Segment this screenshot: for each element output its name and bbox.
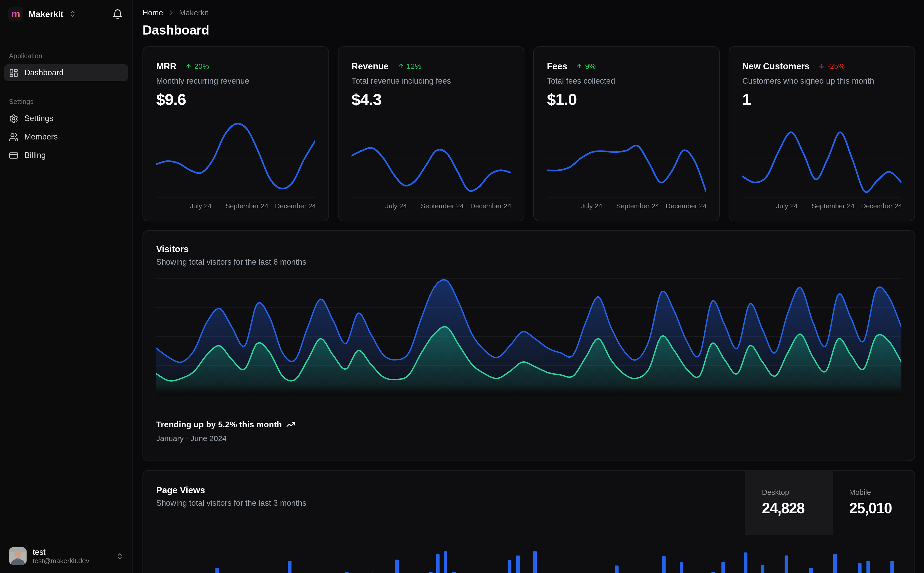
members-icon	[9, 132, 19, 142]
trend-value: 20%	[194, 62, 209, 70]
trend-badge: 12%	[398, 62, 421, 70]
stat-card-mrr: MRR 20% Monthly recurring revenue $9.6 J…	[143, 46, 329, 221]
breadcrumb-home[interactable]: Home	[143, 8, 163, 17]
chevron-right-icon	[167, 9, 175, 17]
visitors-footer: Trending up by 5.2% this month January -…	[156, 420, 901, 443]
stat-cards-row: MRR 20% Monthly recurring revenue $9.6 J…	[143, 46, 915, 221]
revenue-sparkline-chart[interactable]	[351, 122, 511, 197]
x-tick: July 24	[580, 202, 602, 209]
toggle-label: Desktop	[762, 488, 832, 496]
sidebar-item-settings[interactable]: Settings	[4, 110, 129, 127]
x-axis-labels: July 24 September 24 December 24	[156, 200, 315, 213]
toggle-desktop[interactable]: Desktop 24,828	[745, 471, 832, 535]
sidebar-spacer	[4, 83, 129, 98]
x-tick: December 24	[470, 202, 511, 209]
bell-icon	[112, 9, 123, 19]
page-views-title: Page Views	[156, 485, 732, 495]
trend-value: -25%	[827, 62, 845, 70]
stat-value: 1	[742, 91, 901, 110]
arrow-down-icon	[819, 63, 825, 69]
mrr-sparkline-chart[interactable]	[156, 122, 315, 197]
stat-subtitle: Customers who signed up this month	[742, 77, 901, 85]
app-logo-letter: m	[11, 9, 20, 19]
chevrons-up-down-icon	[116, 552, 124, 560]
fees-sparkline-chart[interactable]	[547, 122, 706, 197]
trend-badge: 9%	[576, 62, 596, 70]
toggle-value: 24,828	[762, 500, 832, 517]
user-name: test	[33, 548, 110, 557]
stat-subtitle: Total revenue including fees	[351, 77, 511, 85]
x-axis-labels: July 24 September 24 December 24	[547, 200, 706, 213]
visitors-area-chart[interactable]	[156, 279, 901, 395]
user-avatar	[9, 547, 27, 565]
sparkline-chart: July 24 September 24 December 24	[742, 122, 901, 213]
page-views-bar-chart[interactable]	[143, 535, 915, 573]
sidebar-item-label: Dashboard	[24, 68, 64, 77]
main-content: Home Makerkit Dashboard MRR 20% Monthly …	[133, 0, 924, 573]
page-views-card: Page Views Showing total visitors for th…	[143, 470, 915, 573]
arrow-up-icon	[576, 63, 583, 69]
trend-value: 12%	[406, 62, 421, 70]
chevrons-up-down-icon	[69, 10, 77, 18]
sparkline-chart: July 24 September 24 December 24	[547, 122, 706, 213]
stat-subtitle: Monthly recurring revenue	[156, 77, 315, 85]
stat-value: $9.6	[156, 91, 315, 110]
toggle-value: 25,010	[849, 500, 915, 517]
sparkline-chart: July 24 September 24 December 24	[351, 122, 511, 213]
x-tick: July 24	[190, 202, 212, 209]
stat-card-new-customers: New Customers -25% Customers who signed …	[728, 46, 915, 221]
page-views-chart	[143, 535, 915, 573]
trend-badge: -25%	[819, 62, 845, 70]
visitors-card: Visitors Showing total visitors for the …	[143, 230, 915, 461]
new-customers-sparkline-chart[interactable]	[742, 122, 901, 197]
x-tick: December 24	[275, 202, 316, 209]
notifications-button[interactable]	[111, 8, 124, 20]
app-logo: m	[8, 6, 23, 21]
stat-value: $4.3	[351, 91, 511, 110]
sidebar-nav: Application Dashboard Settings Settings	[0, 52, 132, 164]
billing-icon	[9, 150, 19, 160]
x-tick: September 24	[421, 202, 464, 209]
dashboard-icon	[9, 68, 19, 78]
user-menu[interactable]: test test@makerkit.dev	[4, 544, 129, 568]
x-tick: December 24	[666, 202, 707, 209]
breadcrumb: Home Makerkit	[143, 8, 915, 17]
sparkline-chart: July 24 September 24 December 24	[156, 122, 315, 213]
breadcrumb-current: Makerkit	[179, 8, 208, 17]
trending-up-icon	[286, 420, 295, 429]
sidebar-item-dashboard[interactable]: Dashboard	[4, 64, 129, 81]
workspace-selector[interactable]: m Makerkit	[8, 6, 77, 21]
page-views-subtitle: Showing total visitors for the last 3 mo…	[156, 498, 732, 507]
user-email: test@makerkit.dev	[33, 557, 110, 564]
sidebar-item-billing[interactable]: Billing	[4, 147, 129, 164]
visitors-subtitle: Showing total visitors for the last 6 mo…	[156, 258, 901, 266]
toggle-mobile[interactable]: Mobile 25,010	[832, 471, 915, 535]
stat-card-fees: Fees 9% Total fees collected $1.0 July 2…	[533, 46, 720, 221]
toggle-label: Mobile	[849, 488, 915, 496]
sidebar-item-members[interactable]: Members	[4, 128, 129, 145]
x-tick: September 24	[811, 202, 854, 209]
workspace-name: Makerkit	[28, 9, 63, 19]
app-window: m Makerkit Application Dashboard Setting…	[0, 0, 924, 573]
visitors-chart	[156, 279, 901, 395]
x-tick: December 24	[861, 202, 902, 209]
x-tick: July 24	[385, 202, 407, 209]
stat-title: MRR	[156, 61, 176, 71]
page-views-header: Page Views Showing total visitors for th…	[143, 471, 915, 535]
x-tick: July 24	[776, 202, 798, 209]
stat-title: New Customers	[742, 61, 809, 71]
sidebar-section-application: Application	[4, 52, 129, 59]
user-info: test test@makerkit.dev	[33, 548, 110, 564]
x-axis-labels: July 24 September 24 December 24	[742, 200, 901, 213]
x-axis-labels: July 24 September 24 December 24	[351, 200, 511, 213]
stat-card-revenue: Revenue 12% Total revenue including fees…	[338, 46, 524, 221]
page-title: Dashboard	[143, 23, 915, 38]
arrow-up-icon	[398, 63, 404, 69]
arrow-up-icon	[185, 63, 192, 69]
x-tick: September 24	[225, 202, 268, 209]
trend-value: 9%	[585, 62, 596, 70]
sidebar-item-label: Members	[24, 132, 58, 141]
visitors-date-range: January - June 2024	[156, 434, 901, 443]
stat-value: $1.0	[547, 91, 706, 110]
sidebar-section-settings: Settings	[4, 98, 129, 105]
